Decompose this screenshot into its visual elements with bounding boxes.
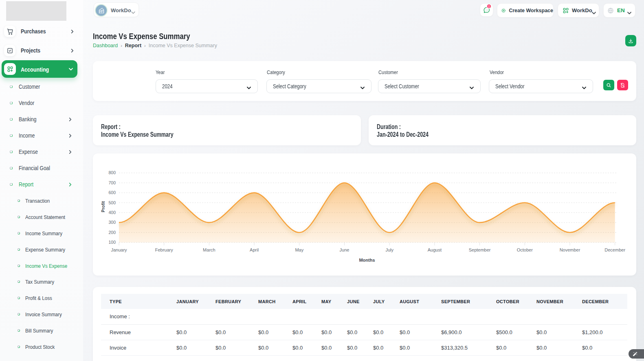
svg-text:600: 600 [108, 190, 116, 195]
svg-text:300: 300 [108, 220, 116, 225]
svg-text:100: 100 [108, 240, 116, 245]
svg-text:September: September [469, 247, 491, 252]
svg-text:June: June [340, 247, 349, 252]
svg-text:200: 200 [108, 230, 116, 235]
svg-text:400: 400 [108, 210, 116, 215]
svg-text:July: July [385, 247, 393, 252]
svg-text:800: 800 [108, 170, 116, 175]
svg-text:May: May [295, 247, 303, 252]
svg-text:Profit: Profit [101, 201, 106, 212]
svg-text:December: December [604, 247, 625, 252]
svg-text:700: 700 [108, 180, 116, 185]
svg-text:November: November [560, 247, 580, 252]
svg-text:February: February [155, 247, 174, 252]
svg-text:January: January [111, 247, 127, 252]
svg-text:April: April [250, 247, 259, 252]
svg-text:500: 500 [108, 200, 116, 205]
svg-text:October: October [517, 247, 533, 252]
svg-text:March: March [203, 247, 215, 252]
svg-text:August: August [428, 247, 442, 252]
svg-text:Months: Months [359, 258, 375, 263]
